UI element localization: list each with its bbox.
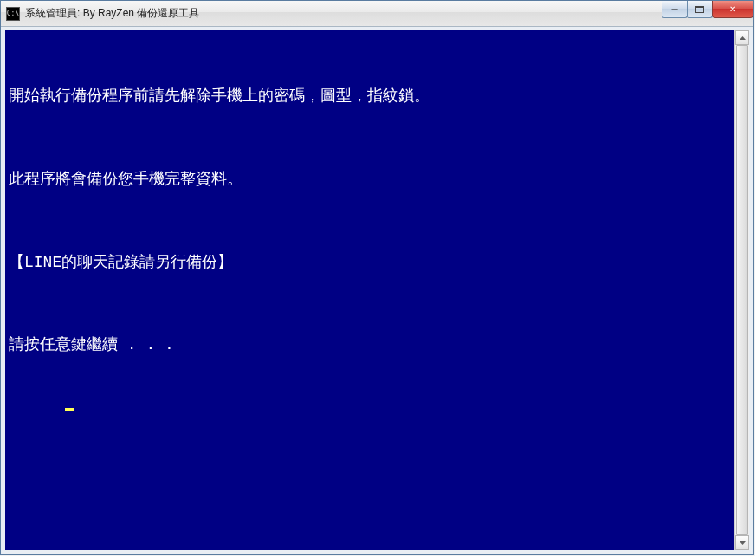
window-title: 系統管理員: By RayZen 備份還原工具 — [25, 6, 199, 21]
scroll-thumb[interactable] — [736, 45, 748, 535]
minimize-icon: ─ — [671, 4, 677, 14]
console-line: 開始執行備份程序前請先解除手機上的密碼，圖型，指紋鎖。 — [9, 86, 731, 107]
console-output: 開始執行備份程序前請先解除手機上的密碼，圖型，指紋鎖。 此程序將會備份您手機完整… — [5, 30, 734, 550]
scroll-down-button[interactable] — [735, 535, 749, 550]
text-cursor — [65, 408, 74, 411]
cmd-icon: C:\ — [6, 7, 20, 21]
vertical-scrollbar[interactable] — [734, 30, 749, 550]
chevron-down-icon — [740, 541, 746, 545]
window-controls: ─ ✕ — [662, 1, 753, 18]
app-window: C:\ 系統管理員: By RayZen 備份還原工具 ─ ✕ 開始執行備份程序… — [0, 0, 754, 555]
console-line: 此程序將會備份您手機完整資料。 — [9, 169, 731, 191]
maximize-button[interactable] — [687, 1, 713, 18]
scroll-up-button[interactable] — [735, 30, 749, 45]
console-line: 【LINE的聊天記錄請另行備份】 — [9, 252, 731, 274]
minimize-button[interactable]: ─ — [662, 1, 688, 18]
close-icon: ✕ — [729, 4, 736, 14]
console-line: 請按任意鍵繼續 . . . — [9, 334, 731, 356]
client-area: 開始執行備份程序前請先解除手機上的密碼，圖型，指紋鎖。 此程序將會備份您手機完整… — [1, 27, 753, 554]
chevron-up-icon — [740, 36, 746, 40]
titlebar[interactable]: C:\ 系統管理員: By RayZen 備份還原工具 ─ ✕ — [1, 1, 753, 27]
maximize-icon — [695, 6, 704, 13]
close-button[interactable]: ✕ — [712, 1, 753, 18]
scroll-track[interactable] — [735, 45, 749, 535]
